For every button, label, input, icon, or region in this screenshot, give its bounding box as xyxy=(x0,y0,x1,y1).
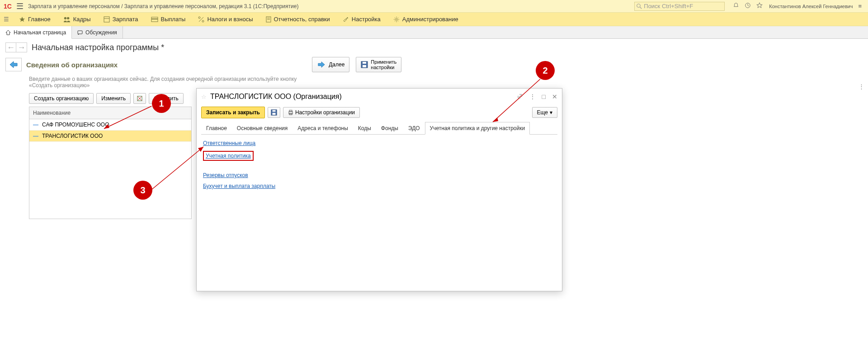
tab-edo[interactable]: ЭДО xyxy=(403,122,425,134)
user-name[interactable]: Константинов Алексей Геннадиевич xyxy=(769,4,853,9)
svg-rect-8 xyxy=(151,19,158,19)
menu-settings[interactable]: Настройка xyxy=(336,13,387,26)
tab-main[interactable]: Главное xyxy=(201,122,232,134)
dialog-toolbar: Записать и закрыть Настройки организации… xyxy=(197,105,562,122)
delete-mark-icon xyxy=(137,95,143,102)
favorite-star-icon[interactable]: ☆ xyxy=(201,94,207,100)
menu-admin[interactable]: Администрирование xyxy=(387,13,465,26)
next-button[interactable]: Далее xyxy=(312,57,349,72)
svg-point-9 xyxy=(198,17,200,19)
wrench-icon xyxy=(343,16,349,23)
tab-home[interactable]: Начальная страница xyxy=(0,26,72,39)
menu-list-icon[interactable]: ☰ xyxy=(4,16,9,23)
dialog-tabs: Главное Основные сведения Адреса и телеф… xyxy=(201,122,557,135)
kebab-menu[interactable]: ⋮ xyxy=(859,83,864,90)
tab-addresses[interactable]: Адреса и телефоны xyxy=(292,122,353,134)
svg-rect-16 xyxy=(78,31,82,34)
org-settings-button[interactable]: Настройки организации xyxy=(283,107,360,118)
dialog-header: ☆ ТРАНСЛОГИСТИК ООО (Организация) ⋮ □ ✕ xyxy=(197,89,562,105)
edit-button[interactable]: Изменить xyxy=(96,93,131,104)
dialog-body: Ответственные лица Учетная политика Резе… xyxy=(197,135,562,199)
org-dialog: ☆ ТРАНСЛОГИСТИК ООО (Организация) ⋮ □ ✕ … xyxy=(196,88,562,291)
chevron-down-icon: ▾ xyxy=(550,109,552,116)
tab-policy[interactable]: Учетная политика и другие настройки xyxy=(425,122,530,135)
section-header: Сведения об организациях Далее Применить… xyxy=(5,57,863,72)
menu-payments[interactable]: Выплаты xyxy=(145,13,192,26)
mark-delete-button[interactable] xyxy=(133,93,146,104)
gear-icon xyxy=(393,16,400,23)
link-responsible[interactable]: Ответственные лица xyxy=(203,140,556,146)
tab-discuss[interactable]: Обсуждения xyxy=(72,26,123,38)
page-title: Начальная настройка программы * xyxy=(32,43,164,52)
printer-icon xyxy=(288,110,293,115)
nav-forward-button[interactable]: → xyxy=(16,42,27,52)
home-icon xyxy=(5,30,11,35)
dialog-title: ТРАНСЛОГИСТИК ООО (Организация) xyxy=(210,93,510,101)
search-icon xyxy=(637,4,642,9)
menu-main[interactable]: Главное xyxy=(13,13,57,26)
svg-point-3 xyxy=(64,17,66,19)
app-logo: 1C xyxy=(4,3,12,10)
wallet-icon xyxy=(151,17,158,22)
svg-rect-22 xyxy=(272,113,275,115)
app-title: Зарплата и управление персоналом / Зарпл… xyxy=(28,3,634,9)
save-close-button[interactable]: Записать и закрыть xyxy=(201,107,265,118)
titlebar: 1C ☰ Зарплата и управление персоналом / … xyxy=(0,0,868,13)
org-table: Наименование —САФ ПРОМОУШЕНС ООО —ТРАНСЛ… xyxy=(29,107,192,219)
save-button[interactable] xyxy=(268,107,280,118)
link-vacation-reserves[interactable]: Резервы отпусков xyxy=(203,172,556,178)
link-icon[interactable] xyxy=(517,93,523,101)
table-row[interactable]: —САФ ПРОМОУШЕНС ООО xyxy=(29,119,191,131)
callout-1: 1 xyxy=(152,94,171,113)
breadcrumb-row: ← → Начальная настройка программы * xyxy=(5,42,863,52)
kebab-icon[interactable]: ⋮ xyxy=(529,93,536,100)
svg-rect-19 xyxy=(363,62,366,64)
arrow-left-icon xyxy=(9,61,19,69)
menu-personnel[interactable]: Кадры xyxy=(57,13,97,26)
link-accounting-payment[interactable]: Бухучет и выплата зарплаты xyxy=(203,183,556,189)
search-input[interactable]: Поиск Ctrl+Shift+F xyxy=(634,2,725,11)
create-org-button[interactable]: Создать организацию xyxy=(29,93,94,104)
close-icon[interactable]: ✕ xyxy=(552,93,557,100)
svg-rect-5 xyxy=(104,17,109,22)
row-marker-icon: — xyxy=(33,133,38,139)
star-icon[interactable] xyxy=(756,2,763,10)
callout-2: 2 xyxy=(536,61,555,80)
svg-point-0 xyxy=(637,4,641,7)
link-accounting-policy[interactable]: Учетная политика xyxy=(203,151,254,161)
people-icon xyxy=(63,16,71,23)
settings-icon[interactable]: ≡ xyxy=(858,3,862,9)
bell-icon[interactable] xyxy=(733,2,739,10)
section-back-button[interactable] xyxy=(5,58,22,71)
table-empty-area xyxy=(29,142,191,219)
row-marker-icon: — xyxy=(33,122,38,128)
history-icon[interactable] xyxy=(745,2,751,10)
hamburger-icon[interactable]: ☰ xyxy=(16,1,24,11)
apply-settings-button[interactable]: Применитьнастройки xyxy=(356,57,401,72)
doc-icon xyxy=(266,16,271,23)
svg-point-4 xyxy=(67,17,69,19)
svg-rect-25 xyxy=(289,110,292,112)
table-row[interactable]: —ТРАНСЛОГИСТИК ООО xyxy=(29,131,191,142)
callout-3: 3 xyxy=(133,181,152,200)
svg-rect-23 xyxy=(272,110,275,112)
more-button[interactable]: Еще ▾ xyxy=(532,107,557,118)
tab-basic[interactable]: Основные сведения xyxy=(232,122,292,134)
menu-taxes[interactable]: Налоги и взносы xyxy=(192,13,259,26)
section-title: Сведения об организациях xyxy=(26,61,118,69)
save-icon xyxy=(271,109,277,116)
tab-funds[interactable]: Фонды xyxy=(376,122,403,134)
star-icon xyxy=(19,16,25,23)
svg-point-10 xyxy=(202,20,204,22)
menu-salary[interactable]: Зарплата xyxy=(97,13,145,26)
hint-text: Введите данные о ваших организациях сейч… xyxy=(29,76,300,89)
svg-point-15 xyxy=(396,19,397,20)
nav-back-button[interactable]: ← xyxy=(5,42,16,52)
restore-window-icon[interactable]: □ xyxy=(542,93,546,100)
search-placeholder: Поиск Ctrl+Shift+F xyxy=(644,3,693,9)
percent-icon xyxy=(198,16,204,23)
menu-reports[interactable]: Отчетность, справки xyxy=(259,13,336,26)
svg-line-1 xyxy=(640,7,642,9)
save-icon xyxy=(361,61,368,68)
tab-codes[interactable]: Коды xyxy=(353,122,376,134)
